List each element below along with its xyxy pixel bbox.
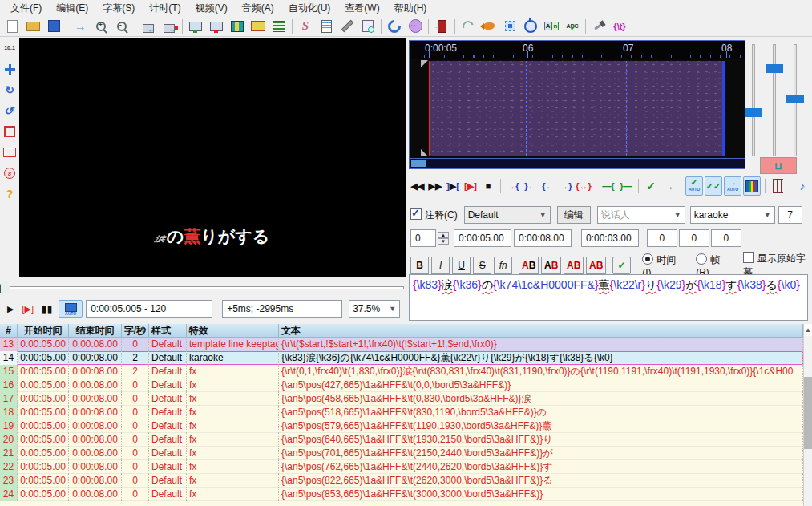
actor-select[interactable]: 说话人▼ [597,206,685,224]
standard-mode-icon[interactable]: 10.1 [2,39,18,57]
table-row[interactable]: 140:00:05.000:00:08.002Defaultkaraoke{\k… [0,351,803,365]
table-row[interactable]: 230:00:05.000:00:08.000Defaultfx{\an5\po… [0,474,803,488]
jump-video-to-start-icon[interactable]: ← [139,18,158,35]
cell-text[interactable]: {\an5\pos(458,665)\1a&HFF&\t(0,830,\bord… [279,392,803,406]
select-lines-icon[interactable] [500,18,519,35]
cell-index[interactable]: 15 [0,365,18,378]
cell-style[interactable]: Default [149,392,187,406]
cell-text[interactable]: {\r\t($start,!$start+1!,\frx40)\t(!$star… [279,338,803,351]
cell-style[interactable]: Default [149,419,187,433]
karaoke-toggle-button[interactable]: ⊔ [760,157,797,174]
cell-cps[interactable]: 0 [122,474,149,488]
cell-start[interactable]: 0:00:05.00 [18,378,69,392]
vector-clip-icon[interactable]: 8 [2,164,18,182]
cell-end[interactable]: 0:00:08.00 [69,338,122,351]
cell-text[interactable]: {\an5\pos(853,665)\1a&HFF&\t(3000,3000,\… [279,488,803,501]
menu-item-automation[interactable]: 自动化(U) [281,0,338,17]
video-time-display[interactable]: 0:00:05.005 - 120 [86,300,212,318]
styles-grid-icon[interactable] [228,18,247,35]
effect-select[interactable]: karaoke▼ [690,206,775,224]
cell-index[interactable]: 23 [0,474,18,488]
cell-cps[interactable]: 0 [122,392,149,406]
automation-icon[interactable] [385,18,404,35]
cell-style[interactable]: Default [149,460,187,474]
video-details-icon[interactable] [186,18,205,35]
play-after-button[interactable]: ▶▶ [427,177,443,195]
drag-mode-icon[interactable] [2,60,18,78]
menu-item-audio[interactable]: 音频(A) [235,0,281,17]
cell-start[interactable]: 0:00:05.00 [18,474,69,488]
bold-button[interactable]: B [410,257,429,274]
video-shift-display[interactable]: +5ms; -2995ms [222,300,342,318]
spectrum-mode-button[interactable] [743,176,761,196]
cell-text[interactable]: {\an5\pos(762,665)\1a&HFF&\t(2440,2620,\… [279,460,803,474]
col-header-text[interactable]: 文本 [279,324,803,338]
cell-effect[interactable]: fx [187,433,279,447]
cell-end[interactable]: 0:00:08.00 [69,392,122,406]
col-header-index[interactable]: # [0,324,18,338]
shadow-color-button[interactable]: AB [586,257,606,274]
underline-button[interactable]: U [452,257,471,274]
cell-end[interactable]: 0:00:08.00 [69,433,122,447]
menu-item-help[interactable]: 帮助(H) [387,0,434,17]
cell-effect[interactable]: fx [187,474,279,488]
table-row[interactable]: 220:00:05.000:00:08.000Defaultfx{\an5\po… [0,460,803,474]
selection-end-marker[interactable] [722,61,725,156]
spin-up-icon[interactable]: ▲ [438,232,449,238]
margin-vertical-field[interactable]: 0 [711,229,741,247]
grid-scrollbar-thumb[interactable] [804,377,812,449]
styles-manager-icon[interactable]: S [296,18,315,35]
video-pause-button[interactable]: ▮▮ [39,301,55,317]
exit-door-icon[interactable] [432,18,451,35]
video-zoom-select[interactable]: 37.5% ▼ [349,300,400,318]
vertical-zoom-slider-handle[interactable] [766,64,783,73]
cell-index[interactable]: 18 [0,406,18,419]
cell-cps[interactable]: 0 [122,447,149,460]
cell-text[interactable]: {\an5\pos(701,665)\1a&HFF&\t(2150,2440,\… [279,447,803,460]
col-header-cps[interactable]: 字/秒 [122,324,149,338]
italic-button[interactable]: I [431,257,450,274]
video-seek-thumb[interactable] [0,281,10,293]
cell-text[interactable]: {\an5\pos(822,665)\1a&HFF&\t(2620,3000,\… [279,474,803,488]
link-vertical-button[interactable] [770,177,786,195]
cell-text[interactable]: {\r\t(0,1,\frx40)\t(1,830,\frx0)}涙{\r\t(… [279,365,803,378]
cell-effect[interactable]: fx [187,378,279,392]
kara-assistant-icon[interactable] [406,18,425,35]
shift-end-right-button[interactable]: →} [558,177,574,195]
cell-style[interactable]: Default [149,474,187,488]
margin-right-field[interactable]: 0 [679,229,709,247]
menu-item-file[interactable]: 文件(F) [3,0,49,17]
cell-end[interactable]: 0:00:08.00 [69,351,122,365]
audio-scrollbar[interactable] [410,158,745,168]
cell-end[interactable]: 0:00:08.00 [69,474,122,488]
cell-text[interactable]: {\an5\pos(640,665)\1a&HFF&\t(1930,2150,\… [279,433,803,447]
cell-style[interactable]: Default [149,351,187,365]
open-file-icon[interactable] [23,18,42,35]
cell-cps[interactable]: 0 [122,338,149,351]
table-row[interactable]: 150:00:05.000:00:08.002Defaultfx{\r\t(0,… [0,365,803,378]
table-row[interactable]: 180:00:05.000:00:08.000Defaultfx{\an5\po… [0,406,803,419]
resample-tools-icon[interactable] [589,18,608,35]
cell-style[interactable]: Default [149,433,187,447]
menu-item-video[interactable]: 视频(V) [188,0,235,17]
table-row[interactable]: 130:00:05.000:00:08.000Defaulttemplate l… [0,338,803,351]
cell-cps[interactable]: 0 [122,419,149,433]
play-selection-button[interactable]: ]▶[ [445,177,461,195]
cell-cps[interactable]: 0 [122,488,149,501]
jump-to-icon[interactable]: → [71,18,90,35]
auto-next-button[interactable]: ✓✓ [705,176,722,196]
volume-slider-handle[interactable] [786,95,804,103]
selection-start-marker[interactable] [429,61,430,156]
margin-left-field[interactable]: 0 [647,229,677,247]
show-video-icon[interactable] [207,18,226,35]
cell-start[interactable]: 0:00:05.00 [18,406,69,419]
play-current-button[interactable]: [▶] [463,177,479,195]
cell-style[interactable]: Default [149,447,187,460]
cell-effect[interactable]: fx [187,365,279,378]
menu-item-timing[interactable]: 计时(T) [142,0,188,17]
cell-index[interactable]: 19 [0,419,18,433]
spin-down-icon[interactable]: ▼ [438,238,449,245]
vertical-zoom-slider-track[interactable] [773,44,776,156]
cell-style[interactable]: Default [149,378,187,392]
cell-effect[interactable]: template line keeptags [187,338,279,351]
